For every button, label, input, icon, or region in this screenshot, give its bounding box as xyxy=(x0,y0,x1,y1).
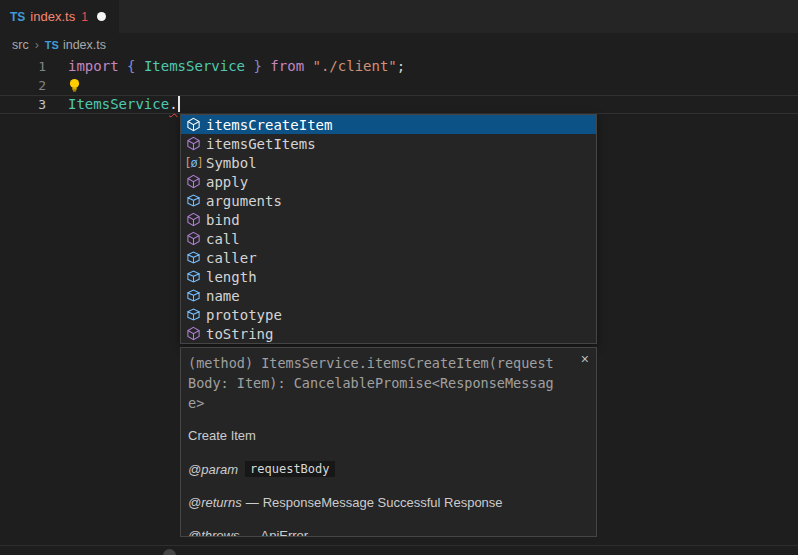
em-dash: — xyxy=(244,528,257,537)
suggestion-label: apply xyxy=(206,174,248,190)
breadcrumb-file[interactable]: index.ts xyxy=(63,38,106,52)
method-icon xyxy=(184,136,203,151)
tab-title: index.ts xyxy=(30,9,75,24)
token-string: "./client" xyxy=(313,58,397,74)
suggestion-item-bind[interactable]: bind xyxy=(181,210,596,229)
bottom-divider xyxy=(0,545,798,546)
suggest-docs-panel: (method) ItemsService.itemsCreateItem(re… xyxy=(180,347,597,537)
signature-line: (method) ItemsService.itemsCreateItem(re… xyxy=(188,353,572,373)
token-keyword: from xyxy=(270,58,304,74)
field-icon xyxy=(184,250,203,265)
suggestion-label: itemsCreateItem xyxy=(206,117,332,133)
field-icon xyxy=(184,193,203,208)
token-brace: } xyxy=(253,58,261,74)
token-plain xyxy=(304,58,312,74)
code-text: import { ItemsService } from "./client"; xyxy=(46,57,405,76)
token-plain: ; xyxy=(397,58,405,74)
suggestion-item-call[interactable]: call xyxy=(181,229,596,248)
suggestion-item-name[interactable]: name xyxy=(181,286,596,305)
suggestion-item-Symbol[interactable]: [ø]Symbol xyxy=(181,153,596,172)
method-icon xyxy=(184,174,203,189)
tag-name: @returns xyxy=(188,495,242,510)
suggestion-label: toString xyxy=(206,326,273,342)
suggest-widget: itemsCreateItem itemsGetItems[ø]Symbol a… xyxy=(180,114,597,344)
suggestion-label: call xyxy=(206,231,240,247)
code-text xyxy=(46,76,81,95)
method-signature: (method) ItemsService.itemsCreateItem(re… xyxy=(188,353,572,413)
suggestion-label: itemsGetItems xyxy=(206,136,316,152)
method-icon xyxy=(184,231,203,246)
field-icon xyxy=(184,269,203,284)
symbol-icon: [ø] xyxy=(184,156,203,170)
field-icon xyxy=(184,288,203,303)
suggestion-item-toString[interactable]: toString xyxy=(181,324,596,343)
suggestion-label: prototype xyxy=(206,307,282,323)
signature-line: e> xyxy=(188,393,572,413)
text-cursor xyxy=(178,96,180,112)
token-keyword: import xyxy=(68,58,119,74)
tag-text: ResponseMessage Successful Response xyxy=(263,495,503,510)
suggestion-label: arguments xyxy=(206,193,282,209)
doc-tag-throws: @throws—ApiError xyxy=(188,528,572,537)
tag-text: ApiError xyxy=(261,528,309,537)
suggestion-item-apply[interactable]: apply xyxy=(181,172,596,191)
code-line[interactable]: 3ItemsService. xyxy=(0,95,798,114)
typescript-file-icon: TS xyxy=(45,39,59,51)
code-text: ItemsService. xyxy=(46,96,180,113)
token-plain xyxy=(135,58,143,74)
method-icon xyxy=(184,212,203,227)
suggestion-label: caller xyxy=(206,250,257,266)
suggestion-item-itemsGetItems[interactable]: itemsGetItems xyxy=(181,134,596,153)
modified-indicator-dot[interactable] xyxy=(97,12,106,21)
token-error-dot: . xyxy=(169,96,177,112)
chevron-right-icon: › xyxy=(35,38,39,52)
lightbulb-icon[interactable] xyxy=(68,78,81,93)
code-line[interactable]: 2 xyxy=(0,76,798,95)
suggestion-label: length xyxy=(206,269,257,285)
close-icon[interactable]: × xyxy=(581,351,589,367)
line-number: 1 xyxy=(0,57,46,76)
doc-tag-param: @paramrequestBody xyxy=(188,461,572,477)
field-icon xyxy=(184,307,203,322)
suggestion-item-length[interactable]: length xyxy=(181,267,596,286)
breadcrumb-folder[interactable]: src xyxy=(12,38,29,52)
code-line[interactable]: 1import { ItemsService } from "./client"… xyxy=(0,57,798,76)
method-icon xyxy=(184,326,203,341)
method-icon xyxy=(184,117,203,132)
doc-summary: Create Item xyxy=(188,428,572,443)
line-number: 2 xyxy=(0,76,46,95)
em-dash: — xyxy=(246,495,259,510)
tag-name: @param xyxy=(188,462,238,477)
code-editor[interactable]: 1import { ItemsService } from "./client"… xyxy=(0,56,798,114)
suggestion-item-arguments[interactable]: arguments xyxy=(181,191,596,210)
token-class: ItemsService xyxy=(68,96,169,112)
token-class: ItemsService xyxy=(144,58,245,74)
suggestion-item-itemsCreateItem[interactable]: itemsCreateItem xyxy=(181,115,596,134)
signature-line: Body: Item): CancelablePromise<ResponseM… xyxy=(188,373,572,393)
token-plain xyxy=(119,58,127,74)
overflow-dot xyxy=(163,549,176,555)
line-number: 3 xyxy=(0,96,46,113)
breadcrumb: src › TS index.ts xyxy=(0,33,798,56)
suggestion-label: Symbol xyxy=(206,155,257,171)
doc-tag-returns: @returns—ResponseMessage Successful Resp… xyxy=(188,495,572,510)
param-name-chip: requestBody xyxy=(245,461,334,477)
tag-name: @throws xyxy=(188,528,240,537)
tab-bar: TS index.ts 1 xyxy=(0,0,798,33)
tab-problem-badge: 1 xyxy=(81,10,88,24)
suggestion-item-caller[interactable]: caller xyxy=(181,248,596,267)
suggestion-label: name xyxy=(206,288,240,304)
suggestion-label: bind xyxy=(206,212,240,228)
typescript-file-icon: TS xyxy=(10,10,25,24)
tab-index-ts[interactable]: TS index.ts 1 xyxy=(0,0,119,33)
suggestion-item-prototype[interactable]: prototype xyxy=(181,305,596,324)
